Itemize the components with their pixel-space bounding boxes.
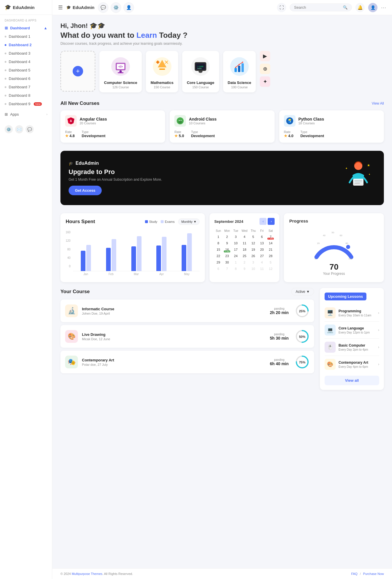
cal-day[interactable]: 11 bbox=[240, 240, 248, 246]
cal-day[interactable]: 9 bbox=[223, 240, 231, 246]
footer-purchase-link[interactable]: Purchase Now bbox=[363, 572, 384, 576]
cal-day-other[interactable]: 12 bbox=[266, 266, 275, 272]
cal-day[interactable]: 28 bbox=[266, 253, 275, 259]
get-access-button[interactable]: Get Access bbox=[69, 186, 102, 195]
svg-rect-20 bbox=[198, 71, 203, 72]
dot-icon bbox=[5, 86, 6, 88]
cal-day[interactable]: 16 3:38p bbox=[223, 247, 231, 252]
course-card-angular[interactable]: A Angular Class 20 Courses Rate ★4.8 bbox=[60, 110, 165, 143]
cal-day[interactable]: 30 bbox=[223, 259, 231, 265]
mini-icon-1[interactable]: ▶ bbox=[260, 51, 270, 61]
course-item-art[interactable]: 🎭 Contemporary Art Potar doe, 27 July pa… bbox=[60, 351, 314, 373]
sidebar-item-dashboard6[interactable]: Dashboard 6 bbox=[0, 74, 52, 83]
cal-day[interactable]: 8 bbox=[214, 240, 222, 246]
calendar-next-btn[interactable]: › bbox=[268, 218, 275, 225]
category-card-math[interactable]: Mathematics 150 Course bbox=[146, 51, 178, 92]
active-filter-btn[interactable]: Active ▼ bbox=[291, 288, 314, 295]
course-card-android[interactable]: Android Class 10 Courses Rate ★5.0 Type … bbox=[170, 110, 274, 143]
monthly-filter-btn[interactable]: Monthly ▼ bbox=[178, 218, 200, 225]
cal-day[interactable]: 19 bbox=[249, 247, 257, 252]
sidebar-apps[interactable]: ⊞ Apps › bbox=[0, 109, 52, 119]
lesson-item-basiccomputer[interactable]: 🖱️ Basic Computer Every Day 2pm to 4pm › bbox=[325, 339, 379, 356]
cal-day[interactable]: 2 bbox=[223, 234, 231, 240]
course-item-drawing[interactable]: 🎨 Live Drawing Micak Doe, 12 June pandin… bbox=[60, 325, 314, 348]
add-category-btn[interactable]: + bbox=[60, 51, 95, 92]
cal-day[interactable]: 7 1:38p bbox=[266, 234, 275, 240]
lesson-item-programming[interactable]: 🖥️ Programming Every Day 10am to 11am › bbox=[325, 304, 379, 322]
mail-icon-btn[interactable]: ✉️ bbox=[15, 125, 23, 133]
cal-day-other[interactable]: 2 bbox=[240, 259, 248, 265]
mini-icon-3[interactable]: ✦ bbox=[260, 76, 270, 87]
cal-day[interactable]: 1 bbox=[214, 234, 222, 240]
search-input[interactable] bbox=[294, 5, 341, 10]
sidebar-item-dashboard1[interactable]: Dashboard 1 bbox=[0, 32, 52, 41]
cal-day[interactable]: 13 bbox=[258, 240, 266, 246]
settings-topbar-btn[interactable]: ⚙️ bbox=[111, 2, 121, 13]
cal-day[interactable]: 10 bbox=[232, 240, 240, 246]
cal-day[interactable]: 25 bbox=[240, 253, 248, 259]
sidebar-item-dashboard9[interactable]: Dashboard 9 New bbox=[0, 100, 52, 108]
cal-day[interactable]: 24 bbox=[232, 253, 240, 259]
cal-day[interactable]: 23 bbox=[223, 253, 231, 259]
cal-day[interactable]: 20 bbox=[258, 247, 266, 252]
cal-day[interactable]: 21 bbox=[266, 247, 275, 252]
bar-group-may bbox=[176, 233, 197, 271]
cal-day[interactable]: 14 bbox=[266, 240, 275, 246]
user-topbar-btn[interactable]: 👤 bbox=[123, 2, 134, 13]
sidebar-item-dashboard3[interactable]: Dashboard 3 bbox=[0, 49, 52, 58]
sidebar-dashboard-header[interactable]: ⊞ Dashboard ▲ bbox=[0, 24, 52, 32]
settings-icon-btn[interactable]: ⚙️ bbox=[5, 125, 13, 133]
category-card-corelang[interactable]: > code hello Core Language 150 Course bbox=[182, 51, 219, 92]
cal-day-other[interactable]: 10 bbox=[249, 266, 257, 272]
lesson-item-corelang[interactable]: 💻 Core Language Every Day 12pm to 1pm › bbox=[325, 322, 379, 339]
avatar[interactable]: 👤 bbox=[368, 3, 377, 12]
sidebar-item-dashboard4[interactable]: Dashboard 4 bbox=[0, 58, 52, 66]
fullscreen-btn[interactable]: ⛶ bbox=[277, 3, 286, 12]
lesson-item-art[interactable]: 🎨 Contemporary Art Every Day 4pm to 6pm … bbox=[325, 356, 379, 373]
hamburger-icon[interactable]: ☰ bbox=[58, 4, 63, 11]
category-card-datascience[interactable]: Data Science 100 Course bbox=[223, 51, 256, 92]
category-card-cs[interactable]: </> Computer Science 126 Course bbox=[99, 51, 142, 92]
calendar-prev-btn[interactable]: ‹ bbox=[259, 218, 266, 225]
cal-day[interactable]: 27 bbox=[258, 253, 266, 259]
cal-day-other[interactable]: 1 bbox=[232, 259, 240, 265]
footer-brand-link[interactable]: Multipurpose Themes bbox=[72, 572, 103, 576]
course-item-informatic[interactable]: 🔬 Informatic Course Johen Doe, 19 April … bbox=[60, 300, 314, 322]
mini-icon-2[interactable]: ⊕ bbox=[260, 64, 270, 74]
cal-day[interactable]: 15 bbox=[214, 247, 222, 252]
search-icon[interactable]: 🔍 bbox=[343, 5, 348, 10]
cal-day[interactable]: 22 bbox=[214, 253, 222, 259]
cal-day[interactable]: 18 bbox=[240, 247, 248, 252]
view-all-lessons-btn[interactable]: View all bbox=[325, 376, 379, 385]
footer-faq-link[interactable]: FAQ bbox=[351, 572, 357, 576]
course-icon-informatic: 🔬 bbox=[65, 304, 78, 317]
cal-day[interactable]: 5 bbox=[249, 234, 257, 240]
upgrade-logo-text: EduAdmin bbox=[76, 161, 99, 166]
cal-day-other[interactable]: 3 bbox=[249, 259, 257, 265]
cal-day[interactable]: 3 bbox=[232, 234, 240, 240]
sidebar-item-dashboard2[interactable]: Dashboard 2 bbox=[0, 41, 52, 49]
cal-day[interactable]: 17 bbox=[232, 247, 240, 252]
course-card-python[interactable]: Python Class 18 Courses Rate ★4.0 Type D… bbox=[279, 110, 384, 143]
sidebar-item-dashboard5[interactable]: Dashboard 5 bbox=[0, 66, 52, 74]
notification-btn[interactable]: 🔔 bbox=[355, 3, 365, 12]
sidebar-item-dashboard7[interactable]: Dashboard 7 bbox=[0, 83, 52, 91]
cal-day-other[interactable]: 8 bbox=[232, 266, 240, 272]
cal-day[interactable]: 26 bbox=[249, 253, 257, 259]
cal-day[interactable]: 6 bbox=[258, 234, 266, 240]
cal-day-other[interactable]: 9 bbox=[240, 266, 248, 272]
courses-view-all[interactable]: View All bbox=[372, 101, 384, 105]
cal-day[interactable]: 29 bbox=[214, 259, 222, 265]
chat-topbar-btn[interactable]: 💬 bbox=[98, 2, 108, 13]
cal-day-other[interactable]: 6 bbox=[214, 266, 222, 272]
cal-day-other[interactable]: 7 bbox=[223, 266, 231, 272]
cal-day[interactable]: 12 bbox=[249, 240, 257, 246]
cal-day-other[interactable]: 4 bbox=[258, 259, 266, 265]
more-options-icon[interactable]: ⋯ bbox=[381, 4, 386, 11]
cal-day-other[interactable]: 5 bbox=[266, 259, 275, 265]
chat-icon-btn[interactable]: 💬 bbox=[26, 125, 34, 133]
cal-day[interactable]: 4 bbox=[240, 234, 248, 240]
cal-day-other[interactable]: 11 bbox=[258, 266, 266, 272]
sidebar-item-dashboard8[interactable]: Dashboard 8 bbox=[0, 91, 52, 100]
cal-header-wed: Wed bbox=[240, 228, 248, 233]
